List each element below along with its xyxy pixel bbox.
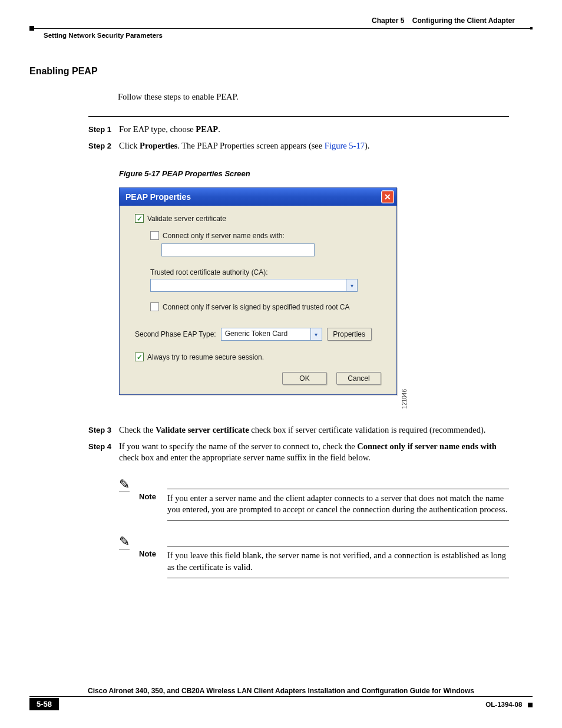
step-2-text-d: ).: [365, 141, 369, 150]
ok-button[interactable]: OK: [282, 372, 327, 385]
header-rule: [29, 26, 533, 31]
note-pen-icon: ✎: [119, 535, 130, 549]
second-phase-label: Second Phase EAP Type:: [135, 330, 216, 338]
section-title: Enabling PEAP: [29, 66, 527, 77]
note-2-body: If you leave this field blank, the serve…: [167, 546, 509, 578]
connect-only-signed-checkbox[interactable]: ✓: [150, 302, 159, 311]
step-3-text-a: Check the: [119, 425, 156, 434]
dialog-title: PEAP Properties: [125, 192, 191, 202]
step-1-text-a: For EAP type, choose: [119, 124, 196, 134]
step-3: Step 3 Check the Validate server certifi…: [88, 424, 509, 436]
note-1-label: Note: [139, 476, 167, 521]
connect-only-name-label: Connect only if server name ends with:: [163, 232, 285, 240]
second-phase-value: Generic Token Card: [222, 328, 310, 340]
section-path: Setting Network Security Parameters: [29, 32, 533, 39]
note-1-body: If you enter a server name and the clien…: [167, 489, 509, 521]
header-square-icon: [29, 26, 34, 31]
connect-only-signed-label: Connect only if server is signed by spec…: [163, 303, 349, 311]
guide-title: Cisco Aironet 340, 350, and CB20A Wirele…: [29, 687, 533, 697]
step-1-text-c: .: [218, 124, 220, 134]
step-4: Step 4 If you want to specify the name o…: [88, 441, 509, 464]
chapter-title: Configuring the Client Adapter: [412, 17, 515, 25]
step-2-label: Step 2: [88, 140, 119, 152]
note-2: ✎ Note If you leave this field blank, th…: [119, 533, 509, 578]
server-name-input[interactable]: [161, 243, 315, 256]
resume-session-checkbox[interactable]: ✓: [135, 353, 144, 361]
step-3-bold: Validate server certificate: [156, 425, 249, 434]
step-2-bold: Properties: [140, 141, 177, 150]
figure-caption: Figure 5-17 PEAP Properties Screen: [119, 169, 527, 178]
step-1-label: Step 1: [88, 124, 119, 136]
step-2-text-c: . The PEAP Properties screen appears (se…: [177, 141, 325, 150]
step-4-label: Step 4: [88, 441, 119, 464]
document-id: OL-1394-08: [485, 701, 522, 708]
step-4-bold: Connect only if server name ends with: [357, 442, 497, 451]
step-4-text-c: check box and enter the appropriate serv…: [119, 453, 371, 462]
chevron-down-icon: ▾: [310, 328, 322, 340]
page-footer: Cisco Aironet 340, 350, and CB20A Wirele…: [29, 687, 533, 710]
chapter-label: Chapter 5: [372, 17, 404, 25]
note-1: ✎ Note If you enter a server name and th…: [119, 476, 509, 521]
close-button[interactable]: ✕: [381, 190, 394, 203]
intro-text: Follow these steps to enable PEAP.: [118, 92, 527, 102]
step-1-bold: PEAP: [196, 124, 218, 134]
chevron-down-icon: ▾: [346, 279, 357, 291]
validate-cert-label: Validate server certificate: [147, 215, 226, 223]
step-2-text-a: Click: [119, 141, 140, 150]
note-pen-icon: ✎: [119, 478, 130, 492]
header-end-square-icon: [530, 27, 533, 29]
step-1: Step 1 For EAP type, choose PEAP.: [88, 124, 509, 136]
footer-square-icon: [528, 703, 533, 707]
cancel-button[interactable]: Cancel: [336, 372, 381, 385]
second-phase-dropdown[interactable]: Generic Token Card ▾: [221, 328, 322, 341]
step-3-text-c: check box if server certificate validati…: [249, 425, 486, 434]
step-2: Step 2 Click Properties. The PEAP Proper…: [88, 140, 509, 152]
figure-link[interactable]: Figure 5-17: [325, 141, 365, 150]
trusted-ca-dropdown[interactable]: ▾: [150, 279, 358, 292]
properties-button[interactable]: Properties: [327, 328, 372, 341]
validate-cert-checkbox[interactable]: ✓: [135, 214, 144, 223]
step-3-label: Step 3: [88, 424, 119, 436]
step-separator: [88, 116, 509, 117]
note-2-label: Note: [139, 533, 167, 578]
connect-only-name-checkbox[interactable]: ✓: [150, 231, 159, 240]
step-4-text-a: If you want to specify the name of the s…: [119, 442, 357, 451]
peap-dialog-figure: PEAP Properties ✕ ✓ Validate server cert…: [119, 187, 408, 395]
figure-image-number: 121046: [401, 389, 408, 409]
trusted-ca-label: Trusted root certificate authority (CA):: [150, 268, 381, 276]
dialog-titlebar: PEAP Properties ✕: [120, 188, 396, 206]
resume-session-label: Always try to resume secure session.: [147, 353, 264, 361]
chapter-header: Chapter 5 Configuring the Client Adapter: [29, 17, 533, 25]
page-number-badge: 5-58: [29, 698, 59, 710]
